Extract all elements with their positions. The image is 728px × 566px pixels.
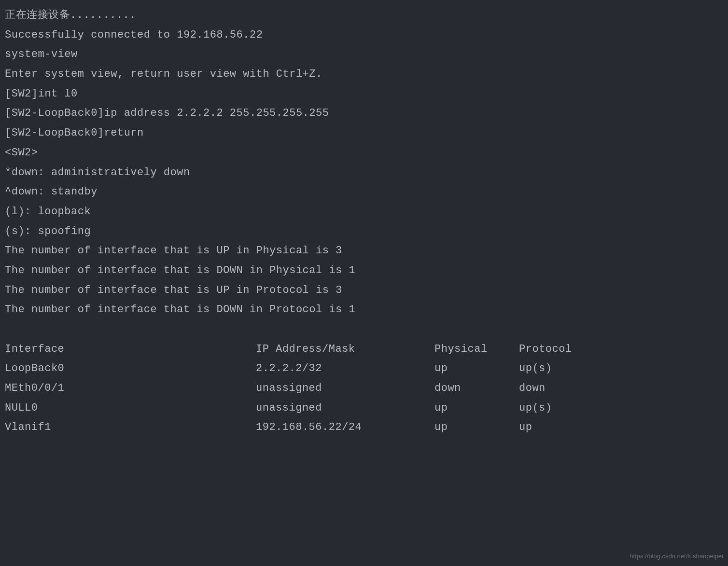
row-interface: MEth0/0/1 xyxy=(5,379,256,399)
connected-line: Successfully connected to 192.168.56.22 xyxy=(5,26,723,45)
row-protocol: up xyxy=(519,418,723,438)
row-physical: up xyxy=(434,418,519,438)
blank-line xyxy=(5,320,723,340)
row-ip: 192.168.56.22/24 xyxy=(256,418,434,438)
row-ip: 2.2.2.2/32 xyxy=(256,359,434,379)
header-protocol: Protocol xyxy=(519,340,723,359)
system-view-line: system-view xyxy=(5,45,723,65)
table-row: LoopBack0 2.2.2.2/32 up up(s) xyxy=(5,359,723,379)
row-interface: Vlanif1 xyxy=(5,418,256,438)
watermark: https://blog.csdn.net/tushanpeipei xyxy=(630,551,723,562)
table-row: NULL0 unassigned up up(s) xyxy=(5,399,723,418)
up-physical-line: The number of interface that is UP in Ph… xyxy=(5,241,723,261)
loopback-line: (l): loopback xyxy=(5,202,723,222)
table-row: MEth0/0/1 unassigned down down xyxy=(5,379,723,399)
header-interface: Interface xyxy=(5,340,256,359)
return-line: [SW2-LoopBack0]return xyxy=(5,124,723,143)
spoofing-line: (s): spoofing xyxy=(5,222,723,242)
row-interface: LoopBack0 xyxy=(5,359,256,379)
row-ip: unassigned xyxy=(256,399,434,418)
row-protocol: up(s) xyxy=(519,399,723,418)
down-physical-line: The number of interface that is DOWN in … xyxy=(5,261,723,281)
up-protocol-line: The number of interface that is UP in Pr… xyxy=(5,281,723,301)
row-interface: NULL0 xyxy=(5,399,256,418)
header-physical: Physical xyxy=(434,340,519,359)
row-physical: up xyxy=(434,359,519,379)
row-ip: unassigned xyxy=(256,379,434,399)
row-physical: up xyxy=(434,399,519,418)
standby-line: ^down: standby xyxy=(5,182,723,202)
table-header: Interface IP Address/Mask Physical Proto… xyxy=(5,340,723,359)
int-l0-line: [SW2]int l0 xyxy=(5,84,723,104)
row-protocol: down xyxy=(519,379,723,399)
header-ip: IP Address/Mask xyxy=(256,340,434,359)
enter-view-line: Enter system view, return user view with… xyxy=(5,65,723,84)
down-protocol-line: The number of interface that is DOWN in … xyxy=(5,300,723,320)
admin-down-line: *down: administratively down xyxy=(5,163,723,183)
prompt-line: <SW2> xyxy=(5,143,723,163)
ip-address-line: [SW2-LoopBack0]ip address 2.2.2.2 255.25… xyxy=(5,104,723,124)
row-physical: down xyxy=(434,379,519,399)
connecting-line: 正在连接设备.......... xyxy=(5,6,723,26)
row-protocol: up(s) xyxy=(519,359,723,379)
table-row: Vlanif1 192.168.56.22/24 up up xyxy=(5,418,723,438)
